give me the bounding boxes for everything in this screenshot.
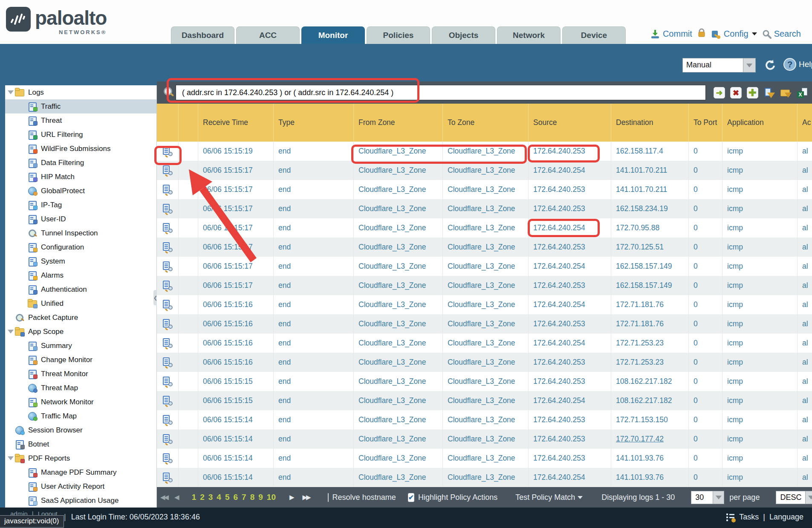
page-number[interactable]: 10: [267, 493, 276, 502]
page-number[interactable]: 7: [242, 493, 246, 502]
refresh-mode-dropdown-icon[interactable]: [743, 58, 756, 73]
sort-order-caret-icon[interactable]: [806, 491, 812, 504]
sort-order-select[interactable]: DESC: [776, 491, 812, 504]
tree-expand-icon[interactable]: [20, 414, 27, 418]
tree-expand-icon[interactable]: [20, 259, 27, 263]
sidebar-item[interactable]: Threat: [5, 113, 156, 128]
filter-builder-icon[interactable]: [764, 87, 775, 99]
prev-page-icon[interactable]: ◀: [174, 493, 178, 501]
log-table-row[interactable]: 06/06 15:15:17 end Cloudflare_L3_Zone Cl…: [157, 180, 812, 199]
log-detail-icon[interactable]: [162, 185, 173, 195]
nav-tab[interactable]: Dashboard: [171, 26, 234, 44]
load-filter-icon[interactable]: [780, 87, 792, 99]
add-filter-icon[interactable]: ✚: [747, 87, 758, 99]
page-number[interactable]: 1: [192, 493, 196, 502]
log-table-row[interactable]: 06/06 15:15:16 end Cloudflare_L3_Zone Cl…: [157, 353, 812, 372]
tree-expand-icon[interactable]: [20, 161, 27, 165]
log-table-row[interactable]: 06/06 15:15:17 end Cloudflare_L3_Zone Cl…: [157, 257, 812, 276]
tree-expand-icon[interactable]: [20, 104, 27, 108]
log-table-row[interactable]: 06/06 15:15:17 end Cloudflare_L3_Zone Cl…: [157, 161, 812, 180]
sidebar-item[interactable]: User-ID: [5, 212, 156, 226]
log-detail-icon[interactable]: [162, 300, 173, 310]
sidebar-item[interactable]: Packet Capture: [5, 310, 156, 325]
page-number[interactable]: 9: [258, 493, 263, 502]
tree-expand-icon[interactable]: [20, 231, 27, 235]
sidebar-item[interactable]: App Scope: [5, 325, 156, 339]
sidebar-item[interactable]: Network Monitor: [5, 395, 156, 409]
sidebar-item[interactable]: Authentication: [5, 282, 156, 296]
log-detail-icon[interactable]: [162, 281, 173, 291]
sidebar-item[interactable]: Data Filtering: [5, 156, 156, 170]
sidebar-item[interactable]: System: [5, 254, 156, 268]
sidebar-item[interactable]: Change Monitor: [5, 353, 156, 367]
page-number[interactable]: 6: [234, 493, 238, 502]
commit-button[interactable]: Commit: [650, 29, 692, 39]
per-page-select[interactable]: 30: [691, 491, 724, 504]
tree-expand-icon[interactable]: [20, 217, 27, 221]
sidebar-item[interactable]: Summary: [5, 339, 156, 353]
next-page-icon[interactable]: ▶: [289, 493, 293, 501]
refresh-mode-select[interactable]: Manual: [682, 58, 756, 73]
tasks-link[interactable]: Tasks: [739, 513, 759, 522]
log-detail-icon[interactable]: [162, 319, 173, 329]
tree-expand-icon[interactable]: [20, 175, 27, 179]
column-header[interactable]: To Port: [689, 104, 722, 142]
log-table-row[interactable]: 06/06 15:15:16 end Cloudflare_L3_Zone Cl…: [157, 314, 812, 334]
tree-expand-icon[interactable]: [20, 400, 27, 404]
sidebar-item[interactable]: User Activity Report: [5, 479, 156, 493]
log-detail-icon[interactable]: [162, 223, 173, 233]
tree-expand-icon[interactable]: [7, 428, 14, 432]
log-table-row[interactable]: 06/06 15:15:14 end Cloudflare_L3_Zone Cl…: [157, 429, 812, 449]
log-detail-icon[interactable]: [162, 357, 173, 368]
log-detail-icon[interactable]: [162, 242, 173, 252]
page-number[interactable]: 4: [217, 493, 221, 502]
tree-expand-icon[interactable]: [20, 470, 27, 474]
nav-tab[interactable]: Policies: [367, 26, 430, 44]
sidebar-item[interactable]: Tunnel Inspection: [5, 226, 156, 240]
page-number[interactable]: 8: [250, 493, 255, 502]
sidebar-item[interactable]: PDF Reports: [5, 451, 156, 465]
log-table-row[interactable]: 06/06 15:15:16 end Cloudflare_L3_Zone Cl…: [157, 295, 812, 314]
export-csv-icon[interactable]: X: [796, 87, 808, 99]
log-detail-icon[interactable]: [162, 146, 173, 157]
log-detail-icon[interactable]: [162, 338, 173, 348]
tree-expand-icon[interactable]: [7, 442, 14, 446]
tree-expand-icon[interactable]: [20, 287, 27, 291]
log-table-row[interactable]: 06/06 15:15:14 end Cloudflare_L3_Zone Cl…: [157, 410, 812, 429]
tree-expand-icon[interactable]: [20, 203, 27, 207]
clear-filter-icon[interactable]: ✖: [730, 87, 742, 99]
sidebar-item[interactable]: Botnet: [5, 437, 156, 451]
tree-expand-icon[interactable]: [7, 90, 14, 94]
log-table-row[interactable]: 06/06 15:15:17 end Cloudflare_L3_Zone Cl…: [157, 218, 812, 238]
tree-expand-icon[interactable]: [20, 133, 27, 136]
language-link[interactable]: Language: [769, 513, 803, 522]
tree-expand-icon[interactable]: [7, 316, 14, 319]
page-number[interactable]: 3: [208, 493, 213, 502]
log-table-row[interactable]: 06/06 15:15:17 end Cloudflare_L3_Zone Cl…: [157, 276, 812, 295]
tree-expand-icon[interactable]: [20, 386, 27, 390]
tree-expand-icon[interactable]: [7, 330, 14, 334]
nav-tab[interactable]: Monitor: [301, 26, 365, 44]
search-button[interactable]: Search: [762, 29, 801, 39]
log-table-row[interactable]: 06/06 15:15:14 end Cloudflare_L3_Zone Cl…: [157, 468, 812, 487]
nav-tab[interactable]: Objects: [432, 26, 495, 44]
apply-filter-icon[interactable]: ➜: [714, 87, 725, 99]
tree-expand-icon[interactable]: [20, 189, 27, 193]
lock-icon[interactable]: [697, 28, 706, 40]
tree-expand-icon[interactable]: [20, 358, 27, 362]
tree-expand-icon[interactable]: [20, 302, 27, 305]
log-table-row[interactable]: 06/06 15:15:17 end Cloudflare_L3_Zone Cl…: [157, 238, 812, 257]
tree-expand-icon[interactable]: [20, 484, 27, 488]
column-header[interactable]: [157, 104, 179, 142]
log-detail-icon[interactable]: [162, 377, 173, 387]
log-detail-icon[interactable]: [162, 165, 173, 176]
log-table-row[interactable]: 06/06 15:15:19 end Cloudflare_L3_Zone Cl…: [157, 142, 812, 161]
log-filter-input[interactable]: [176, 85, 706, 100]
resolve-hostname-checkbox[interactable]: [328, 493, 329, 502]
nav-tab[interactable]: Device: [562, 26, 626, 44]
config-menu-button[interactable]: Config: [711, 29, 757, 39]
sidebar-item[interactable]: Session Browser: [5, 423, 156, 437]
sidebar-item[interactable]: WildFire Submissions: [5, 142, 156, 156]
first-page-icon[interactable]: ◀◀: [160, 493, 168, 501]
tree-expand-icon[interactable]: [7, 456, 14, 460]
